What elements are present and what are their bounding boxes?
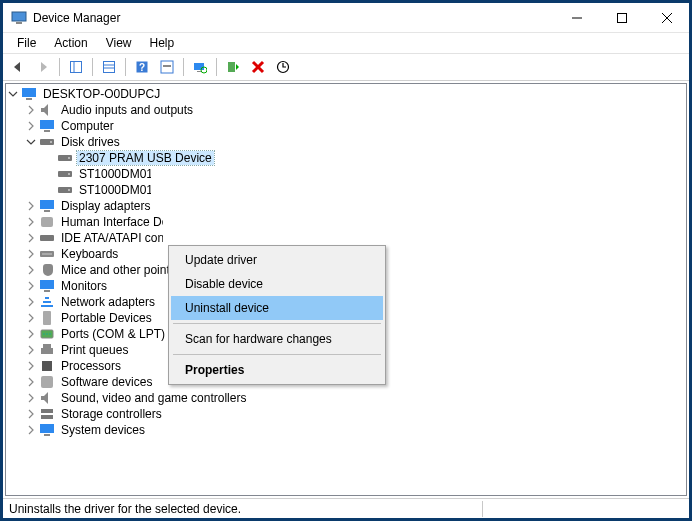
menu-properties[interactable]: Properties	[171, 358, 383, 382]
tree-category-disk-drives[interactable]: Disk drives	[24, 134, 686, 150]
chevron-right-icon[interactable]	[24, 263, 38, 277]
svg-rect-24	[40, 120, 54, 129]
tree-device-disk-2[interactable]: ST1000DM010-2EP102	[42, 182, 686, 198]
help-button[interactable]: ?	[131, 56, 153, 78]
menu-scan-hardware[interactable]: Scan for hardware changes	[171, 327, 383, 351]
chevron-right-icon[interactable]	[24, 279, 38, 293]
chevron-right-icon[interactable]	[24, 119, 38, 133]
tree-category-storage[interactable]: Storage controllers	[24, 406, 686, 422]
menu-update-driver[interactable]: Update driver	[171, 248, 383, 272]
disk-icon	[57, 150, 73, 166]
forward-button[interactable]	[32, 56, 54, 78]
svg-rect-40	[40, 280, 54, 289]
chevron-right-icon[interactable]	[24, 343, 38, 357]
close-button[interactable]	[644, 3, 689, 32]
toolbar-separator	[183, 58, 184, 76]
chevron-down-icon[interactable]	[6, 87, 20, 101]
tree-category-sound[interactable]: Sound, video and game controllers	[24, 390, 686, 406]
tree-device-disk-1[interactable]: ST1000DM010-2EP102	[42, 166, 686, 182]
chevron-right-icon[interactable]	[24, 199, 38, 213]
chevron-right-icon[interactable]	[24, 295, 38, 309]
svg-rect-48	[43, 344, 51, 348]
tree-device-disk-0[interactable]: 2307 PRAM USB Device	[42, 150, 686, 166]
menu-disable-device[interactable]: Disable device	[171, 272, 383, 296]
svg-rect-50	[44, 363, 50, 369]
minimize-button[interactable]	[554, 3, 599, 32]
tree-category-ide[interactable]: IDE ATA/ATAPI controllers	[24, 230, 686, 246]
app-icon	[11, 10, 27, 26]
svg-rect-18	[228, 62, 235, 72]
chevron-down-icon[interactable]	[24, 135, 38, 149]
chevron-right-icon[interactable]	[24, 311, 38, 325]
chevron-right-icon[interactable]	[24, 247, 38, 261]
chevron-right-icon[interactable]	[24, 423, 38, 437]
action-button[interactable]	[156, 56, 178, 78]
software-device-icon	[39, 374, 55, 390]
computer-icon	[21, 86, 37, 102]
tree-label: Keyboards	[59, 247, 120, 261]
title-bar: Device Manager	[3, 3, 689, 33]
tree-label: ST1000DM010-2EP102	[77, 183, 151, 197]
computer-icon	[39, 118, 55, 134]
maximize-button[interactable]	[599, 3, 644, 32]
menu-action[interactable]: Action	[46, 34, 95, 52]
tree-label: Disk drives	[59, 135, 122, 149]
tree-label: Network adapters	[59, 295, 157, 309]
svg-rect-41	[44, 290, 50, 292]
tree-label: Audio inputs and outputs	[59, 103, 195, 117]
uninstall-device-button[interactable]	[247, 56, 269, 78]
chevron-right-icon[interactable]	[24, 359, 38, 373]
tree-label: Print queues	[59, 343, 130, 357]
port-icon	[39, 326, 55, 342]
statusbar-separator	[482, 501, 483, 517]
svg-rect-14	[163, 65, 171, 67]
svg-rect-37	[40, 235, 54, 241]
tree-label: Portable Devices	[59, 311, 154, 325]
svg-point-46	[49, 333, 51, 335]
svg-rect-35	[44, 210, 50, 212]
tree-root-label: DESKTOP-O0DUPCJ	[41, 87, 162, 101]
portable-device-icon	[39, 310, 55, 326]
chevron-right-icon[interactable]	[24, 327, 38, 341]
chevron-right-icon[interactable]	[24, 407, 38, 421]
update-driver-button[interactable]	[272, 56, 294, 78]
svg-rect-8	[104, 62, 115, 73]
printer-icon	[39, 342, 55, 358]
hid-icon	[39, 214, 55, 230]
svg-rect-55	[44, 434, 50, 436]
back-button[interactable]	[7, 56, 29, 78]
svg-point-33	[68, 189, 70, 191]
svg-point-29	[68, 157, 70, 159]
network-icon	[39, 294, 55, 310]
menu-file[interactable]: File	[9, 34, 44, 52]
scan-hardware-button[interactable]	[189, 56, 211, 78]
svg-rect-1	[16, 22, 22, 24]
enable-device-button[interactable]	[222, 56, 244, 78]
svg-rect-15	[194, 63, 204, 70]
chevron-right-icon[interactable]	[24, 231, 38, 245]
menu-help[interactable]: Help	[142, 34, 183, 52]
tree-label: Storage controllers	[59, 407, 164, 421]
properties-button[interactable]	[98, 56, 120, 78]
tree-label: Sound, video and game controllers	[59, 391, 248, 405]
tree-category-display[interactable]: Display adapters	[24, 198, 686, 214]
tree-category-system[interactable]: System devices	[24, 422, 686, 438]
processor-icon	[39, 358, 55, 374]
audio-icon	[39, 102, 55, 118]
tree-label: System devices	[59, 423, 147, 437]
chevron-right-icon[interactable]	[24, 103, 38, 117]
chevron-right-icon[interactable]	[24, 391, 38, 405]
tree-category-computer[interactable]: Computer	[24, 118, 686, 134]
svg-point-44	[43, 333, 45, 335]
tree-category-hid[interactable]: Human Interface Devices	[24, 214, 686, 230]
svg-rect-34	[40, 200, 54, 209]
tree-label: Monitors	[59, 279, 109, 293]
menu-uninstall-device[interactable]: Uninstall device	[171, 296, 383, 320]
tree-root[interactable]: DESKTOP-O0DUPCJ	[6, 86, 686, 102]
chevron-right-icon[interactable]	[24, 215, 38, 229]
chevron-right-icon[interactable]	[24, 375, 38, 389]
tree-category-audio[interactable]: Audio inputs and outputs	[24, 102, 686, 118]
show-hide-console-button[interactable]	[65, 56, 87, 78]
keyboard-icon	[39, 246, 55, 262]
menu-view[interactable]: View	[98, 34, 140, 52]
